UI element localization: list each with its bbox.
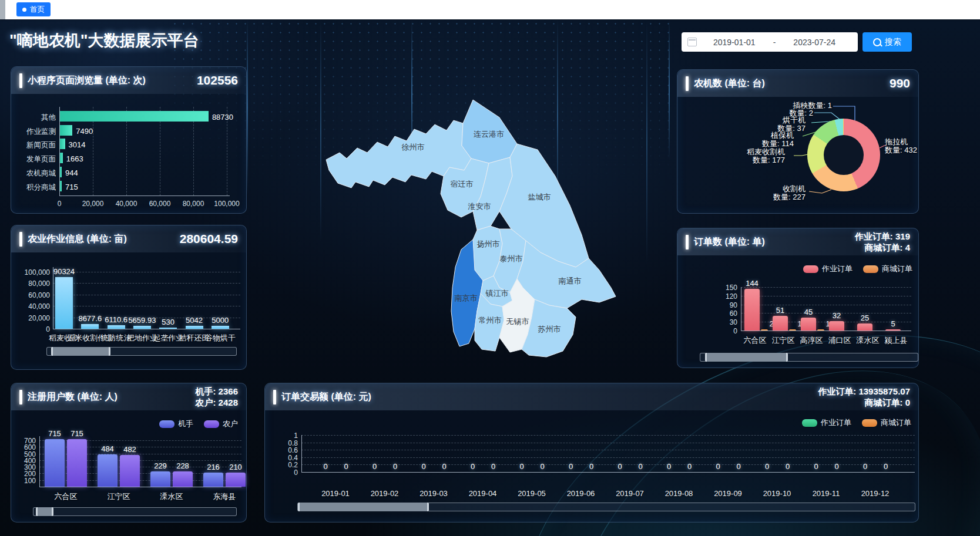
map-city-label: 宿迁市 bbox=[451, 180, 474, 188]
data-point-value: 0 bbox=[569, 462, 573, 471]
bar-value: 5 bbox=[891, 319, 895, 328]
axis-tick-label: 100 bbox=[11, 477, 36, 485]
category-label: 六合区 bbox=[744, 335, 767, 346]
axis-tick-label: 0 bbox=[713, 327, 737, 335]
gridline bbox=[301, 450, 915, 450]
map-city-label: 常州市 bbox=[479, 316, 502, 325]
datazoom-handle[interactable] bbox=[705, 353, 788, 362]
panel-pageviews-total: 102556 bbox=[197, 73, 238, 87]
axis-tick-label: 40,000 bbox=[109, 200, 144, 208]
data-point-value: 0 bbox=[372, 462, 377, 471]
month-label: 2019-09 bbox=[714, 489, 742, 498]
datazoom-slider[interactable] bbox=[700, 353, 918, 362]
axis-line bbox=[53, 329, 240, 329]
category-label: 颍上县 bbox=[885, 335, 908, 346]
data-point-value: 0 bbox=[421, 462, 425, 471]
gridline bbox=[301, 443, 915, 443]
search-icon bbox=[873, 38, 881, 46]
category-label: 发单页面 bbox=[18, 154, 56, 164]
gridline bbox=[741, 313, 911, 313]
breadcrumb-home-button[interactable]: 首页 bbox=[16, 2, 51, 16]
bar-value: 210 bbox=[229, 463, 242, 471]
datazoom-slider[interactable] bbox=[33, 507, 237, 516]
category-label: 东海县 bbox=[213, 491, 236, 502]
month-label: 2019-10 bbox=[763, 489, 791, 498]
axis-tick-label: 0 bbox=[273, 468, 298, 477]
bar bbox=[67, 439, 87, 487]
bar-value: 90324 bbox=[53, 267, 75, 276]
datazoom-handle[interactable] bbox=[51, 347, 110, 356]
axis-tick-label: 100,000 bbox=[209, 200, 244, 208]
bar-value: 5659.93 bbox=[128, 316, 156, 325]
month-label: 2019-05 bbox=[518, 489, 546, 498]
data-point-value: 0 bbox=[834, 462, 838, 471]
data-point-value: 0 bbox=[638, 462, 642, 471]
bar bbox=[226, 473, 246, 487]
data-point-value: 0 bbox=[519, 462, 523, 471]
panel-pageviews: 小程序页面浏览量 (单位: 次) 102556 020,00040,00060,… bbox=[11, 66, 247, 214]
axis-tick-label: 120 bbox=[713, 292, 737, 301]
bar-value: 484 bbox=[101, 444, 114, 453]
map-city-label: 泰州市 bbox=[500, 254, 523, 263]
data-point-value: 0 bbox=[344, 462, 348, 471]
axis-tick-label: 30 bbox=[713, 318, 737, 326]
axis-tick-label: 80,000 bbox=[176, 200, 211, 208]
datazoom-slider[interactable] bbox=[297, 503, 915, 511]
month-label: 2019-11 bbox=[813, 489, 840, 498]
bar-value: 482 bbox=[123, 445, 136, 454]
axis-tick-label: 80,000 bbox=[14, 279, 50, 288]
panel-orders: 订单数 (单位: 单) 作业订单: 319 商城订单: 4 作业订单 商城订单 … bbox=[677, 228, 919, 368]
month-label: 2019-12 bbox=[861, 489, 890, 498]
donut-slice-label: 烘干机数量: 37 bbox=[744, 116, 806, 133]
bg-streak bbox=[247, 19, 248, 195]
bar bbox=[829, 321, 844, 331]
axis-line bbox=[53, 267, 53, 329]
dot-icon bbox=[22, 8, 26, 12]
bar-value: 944 bbox=[65, 168, 78, 177]
orders-chart: 15012090603001442六合区511江宁区451高淳区32浦口区25溧… bbox=[677, 228, 918, 368]
bar bbox=[773, 316, 788, 331]
gridline bbox=[301, 435, 915, 436]
map-city-label: 南通市 bbox=[559, 277, 582, 285]
date-range-picker[interactable]: 2019-01-01 - 2023-07-24 bbox=[682, 32, 858, 52]
revenue-chart: 10.80.60.40.202019-01002019-02002019-030… bbox=[265, 383, 918, 522]
bar-value: 32 bbox=[833, 311, 841, 320]
datazoom-handle[interactable] bbox=[298, 503, 429, 511]
left-edge-strip bbox=[0, 0, 5, 19]
bar bbox=[186, 326, 203, 329]
axis-tick-label: 0 bbox=[42, 200, 77, 208]
data-point-value: 0 bbox=[667, 462, 671, 471]
bar-value: 715 bbox=[65, 183, 78, 191]
panel-pageviews-title: 小程序页面浏览量 (单位: 次) bbox=[28, 75, 146, 87]
map-city-label: 徐州市 bbox=[402, 143, 425, 151]
gridline bbox=[53, 306, 240, 306]
category-label: 江宁区 bbox=[108, 491, 130, 502]
search-button[interactable]: 搜索 bbox=[862, 32, 912, 52]
axis-tick-label: 20,000 bbox=[14, 314, 50, 322]
category-label: 积分商城 bbox=[18, 183, 56, 193]
panel-pageviews-header: 小程序页面浏览量 (单位: 次) 102556 bbox=[11, 67, 246, 94]
axis-tick-label: 150 bbox=[713, 284, 737, 292]
month-label: 2019-03 bbox=[419, 489, 448, 498]
datazoom-slider[interactable] bbox=[46, 347, 237, 356]
bar-value: 88730 bbox=[212, 113, 233, 122]
bar bbox=[120, 455, 140, 487]
map-city-label: 南京市 bbox=[455, 294, 478, 302]
gridline bbox=[53, 295, 240, 295]
donut-slice-label: 收割机数量: 227 bbox=[738, 185, 806, 201]
bar-value: 715 bbox=[48, 429, 61, 438]
gridline bbox=[53, 272, 240, 272]
date-start-input[interactable]: 2019-01-01 bbox=[697, 38, 772, 47]
bg-streak bbox=[320, 19, 321, 242]
axis-tick-label: 60,000 bbox=[142, 200, 177, 208]
panel-users: 注册用户数 (单位: 人) 机手: 2366 农户: 2428 机手 农户 70… bbox=[11, 383, 247, 522]
bar bbox=[744, 289, 760, 331]
datazoom-handle[interactable] bbox=[36, 507, 53, 516]
header-accent-bar bbox=[19, 73, 22, 88]
date-end-input[interactable]: 2023-07-24 bbox=[777, 38, 852, 47]
axis-tick-label: 90 bbox=[713, 301, 737, 309]
browser-topbar: 首页 bbox=[0, 0, 980, 19]
month-label: 2019-06 bbox=[567, 489, 595, 498]
axis-line bbox=[39, 436, 40, 487]
map-city-label: 淮安市 bbox=[468, 202, 491, 211]
